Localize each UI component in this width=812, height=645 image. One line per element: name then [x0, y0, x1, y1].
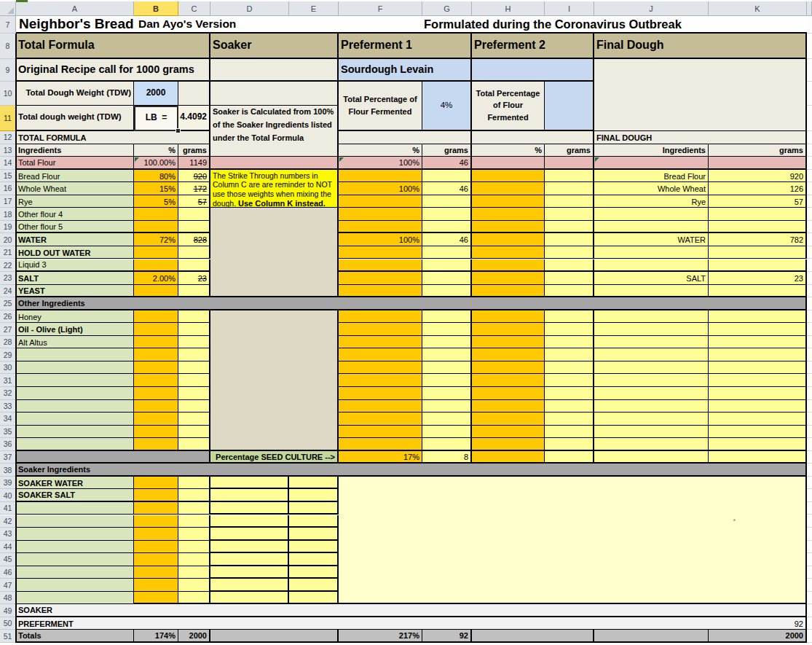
cell-A36[interactable]	[16, 438, 134, 451]
cell-F22[interactable]	[339, 259, 422, 273]
cell-H18[interactable]	[472, 208, 545, 221]
cell-C40[interactable]	[178, 489, 210, 502]
cell-J29[interactable]	[594, 348, 709, 361]
cell-B31[interactable]	[134, 374, 178, 387]
cell-J33[interactable]	[594, 400, 709, 413]
cell-D46[interactable]	[210, 566, 289, 579]
row-header-35[interactable]: 35	[0, 426, 16, 439]
col-header-A[interactable]: A	[16, 1, 134, 16]
cell-J37[interactable]	[594, 451, 709, 464]
cell-A45[interactable]	[16, 553, 134, 566]
cell-A26[interactable]: Honey	[16, 310, 134, 324]
row-header-44[interactable]: 44	[0, 541, 16, 554]
cell-H28[interactable]	[472, 336, 545, 349]
cell-I26[interactable]	[545, 310, 594, 324]
cell-A42[interactable]	[16, 515, 134, 528]
cell-H14[interactable]	[472, 157, 545, 170]
row-header-46[interactable]: 46	[0, 566, 16, 579]
cell-G37[interactable]: 8	[422, 451, 472, 464]
cell-B16[interactable]: 15%	[134, 182, 178, 195]
cell-K23[interactable]: 23	[709, 272, 807, 285]
cell-G14[interactable]: 46	[422, 157, 472, 170]
cell-K35[interactable]	[709, 426, 807, 439]
cell-H10-H11[interactable]: Total Percentage of Flour Fermented	[472, 82, 545, 131]
row-header-27[interactable]: 27	[0, 323, 16, 336]
row-header-8[interactable]: 8	[0, 34, 16, 59]
cell-F10-F11[interactable]: Total Percentage of Flour Fermented	[339, 82, 422, 131]
row-header-18[interactable]: 18	[0, 208, 16, 221]
cell-E48[interactable]	[289, 592, 339, 605]
cell-F15[interactable]	[339, 170, 422, 183]
cell-J12-K12[interactable]: FINAL DOUGH	[594, 131, 807, 144]
cell-C17[interactable]: 57	[178, 195, 210, 208]
row-header-37[interactable]: 37	[0, 451, 16, 464]
cell-A15[interactable]: Bread Flour	[16, 170, 134, 183]
cell-A50-J50[interactable]: PREFERMENT	[16, 617, 709, 630]
cell-J26[interactable]	[594, 310, 709, 324]
cell-H22[interactable]	[472, 259, 545, 273]
cell-I22[interactable]	[545, 259, 594, 273]
cell-C16[interactable]: 172	[178, 182, 210, 195]
cell-C27[interactable]	[178, 323, 210, 336]
cell-J22[interactable]	[594, 259, 709, 273]
cell-K18[interactable]	[709, 208, 807, 221]
cell-J20[interactable]: WATER	[594, 233, 709, 246]
cell-I30[interactable]	[545, 361, 594, 375]
row-header-16[interactable]: 16	[0, 182, 16, 195]
cell-K34[interactable]	[709, 413, 807, 426]
cell-A16[interactable]: Whole Wheat	[16, 182, 134, 195]
cell-J14[interactable]	[594, 157, 709, 170]
cell-C13[interactable]: grams	[178, 144, 210, 157]
cell-C43[interactable]	[178, 528, 210, 541]
cell-I16[interactable]	[545, 182, 594, 195]
cell-C19[interactable]	[178, 221, 210, 234]
row-header-42[interactable]: 42	[0, 515, 16, 528]
cell-K19[interactable]	[709, 221, 807, 234]
cell-E41[interactable]	[289, 502, 339, 515]
cell-G29[interactable]	[422, 348, 472, 361]
cell-C15[interactable]: 920	[178, 170, 210, 183]
cell-A29[interactable]	[16, 348, 134, 361]
cell-H27[interactable]	[472, 323, 545, 336]
cell-I17[interactable]	[545, 195, 594, 208]
cell-D44[interactable]	[210, 541, 289, 554]
cell-E45[interactable]	[289, 553, 339, 566]
cell-A28[interactable]: Alt Altus	[16, 336, 134, 349]
cell-J21[interactable]	[594, 246, 709, 259]
row-header-49[interactable]: 49	[0, 604, 16, 617]
cell-C32[interactable]	[178, 387, 210, 400]
cell-B14[interactable]: 100.00%	[134, 157, 178, 170]
cell-B23[interactable]: 2.00%	[134, 272, 178, 285]
cell-G18[interactable]	[422, 208, 472, 221]
row-header-14[interactable]: 14	[0, 157, 16, 170]
cell-G10-G11[interactable]: 4%	[422, 82, 472, 131]
cell-F20[interactable]: 100%	[339, 233, 422, 246]
cell-J30[interactable]	[594, 361, 709, 375]
cell-I32[interactable]	[545, 387, 594, 400]
cell-C24[interactable]	[178, 285, 210, 298]
row-header-34[interactable]: 34	[0, 413, 16, 426]
cell-A31[interactable]	[16, 374, 134, 387]
cell-B28[interactable]	[134, 336, 178, 349]
cell-I27[interactable]	[545, 323, 594, 336]
cell-A47[interactable]	[16, 579, 134, 592]
cell-C10[interactable]	[178, 82, 210, 106]
cell-G24[interactable]	[422, 285, 472, 298]
cell-F29[interactable]	[339, 348, 422, 361]
cell-F13[interactable]: %	[339, 144, 422, 157]
cell-C31[interactable]	[178, 374, 210, 387]
row-header-47[interactable]: 47	[0, 579, 16, 592]
cell-H51-I51[interactable]	[472, 630, 594, 643]
cell-J31[interactable]	[594, 374, 709, 387]
cell-B21[interactable]	[134, 246, 178, 259]
cell-F27[interactable]	[339, 323, 422, 336]
cell-B42[interactable]	[134, 515, 178, 528]
cell-K30[interactable]	[709, 361, 807, 375]
cell-C29[interactable]	[178, 348, 210, 361]
row-header-11[interactable]: 11	[0, 106, 16, 131]
cell-A51[interactable]: Totals	[16, 630, 134, 643]
cell-B18[interactable]	[134, 208, 178, 221]
row-header-23[interactable]: 23	[0, 272, 16, 285]
cell-G22[interactable]	[422, 259, 472, 273]
cell-A13[interactable]: Ingredients	[16, 144, 134, 157]
